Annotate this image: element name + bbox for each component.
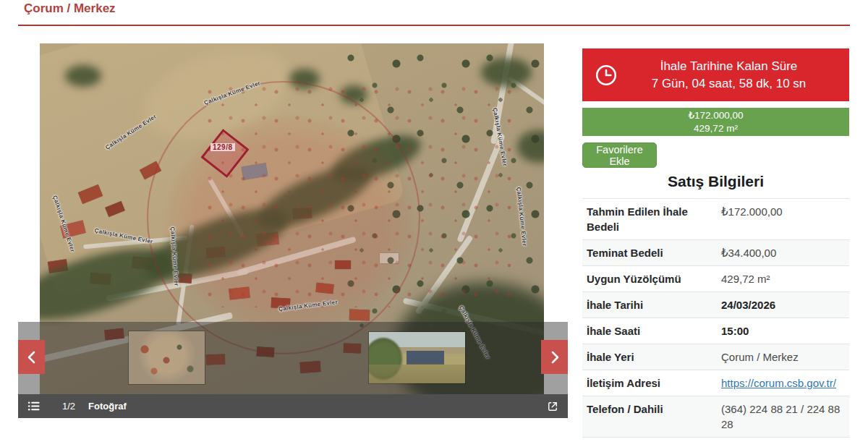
row-value: ₺172.000,00 [721,204,848,234]
table-row: İhale Saati 15:00 [582,318,849,344]
price-value: ₺172.000,00 [582,109,849,122]
price-banner: ₺172.000,00 429,72 m² [582,108,849,136]
chevron-left-icon [25,349,39,365]
row-label: İhale Yeri [587,349,721,365]
table-row: İhale Yeri Çorum / Merkez [582,344,849,370]
row-label: İletişim Adresi [587,375,721,391]
row-value: 429,72 m² [721,271,848,286]
row-value: 24/03/2026 [721,297,848,312]
breadcrumb: Çorum / Merkez [24,1,116,16]
row-label: İhale Tarihi [587,297,721,312]
carousel-next-button[interactable] [541,340,568,374]
sale-info-table: Tahmin Edilen İhale Bedeli ₺172.000,00 T… [582,198,849,438]
row-label: İhale Saati [587,323,721,339]
area-value: 429,72 m² [582,122,849,135]
row-label: Teminat Bedeli [587,245,721,260]
table-row: Telefon / Dahili (364) 224 88 21 / 224 8… [582,396,849,438]
carousel-strip [18,322,568,394]
list-icon [27,399,41,413]
sale-info-title: Satış Bilgileri [582,173,849,190]
row-label: Uygun Yüzölçümü [587,271,721,286]
parcel-label: 129/8 [210,143,235,151]
countdown-title: İhale Tarihine Kalan Süre [630,58,827,75]
table-row: Teminat Bedeli ₺34.400,00 [582,239,849,265]
carousel-thumbnail-photo[interactable] [369,332,465,383]
carousel-bottom-bar: 1/2 Fotoğraf [18,394,568,418]
countdown-banner: İhale Tarihine Kalan Süre 7 Gün, 04 saat… [582,48,849,101]
row-label: Telefon / Dahili [587,401,721,432]
row-value: (364) 224 88 21 / 224 88 28 [721,401,848,432]
table-row: Tahmin Edilen İhale Bedeli ₺172.000,00 [582,198,849,239]
auction-detail-page: Çorum / Merkez [0,0,868,447]
add-to-favorites-button[interactable]: Favorilere Ekle [582,142,657,168]
photo-caption: Fotoğraf [88,401,127,412]
thumbnail-building [407,351,444,364]
header-divider [18,25,850,26]
countdown-remaining: 7 Gün, 04 saat, 58 dk, 10 sn [630,75,827,93]
table-row: İletişim Adresi https://corum.csb.gov.tr… [582,370,849,396]
carousel-prev-button[interactable] [18,340,45,374]
table-row: Uygun Yüzölçümü 429,72 m² [582,265,849,291]
contact-address-link[interactable]: https://corum.csb.gov.tr/ [721,377,836,389]
photo-counter: 1/2 [62,401,75,412]
gallery-list-button[interactable] [27,399,41,413]
fullscreen-button[interactable] [546,400,559,413]
row-value: 15:00 [721,323,848,339]
table-row: İhale Tarihi 24/03/2026 [582,291,849,318]
row-value: ₺34.400,00 [721,245,848,260]
row-value: Çorum / Merkez [721,349,848,365]
clock-icon [582,63,630,88]
row-label: Tahmin Edilen İhale Bedeli [587,204,721,234]
expand-icon [546,400,559,413]
thumbnail-grass [369,365,465,383]
carousel-thumbnail-satellite[interactable] [129,331,205,384]
chevron-right-icon [548,349,562,365]
